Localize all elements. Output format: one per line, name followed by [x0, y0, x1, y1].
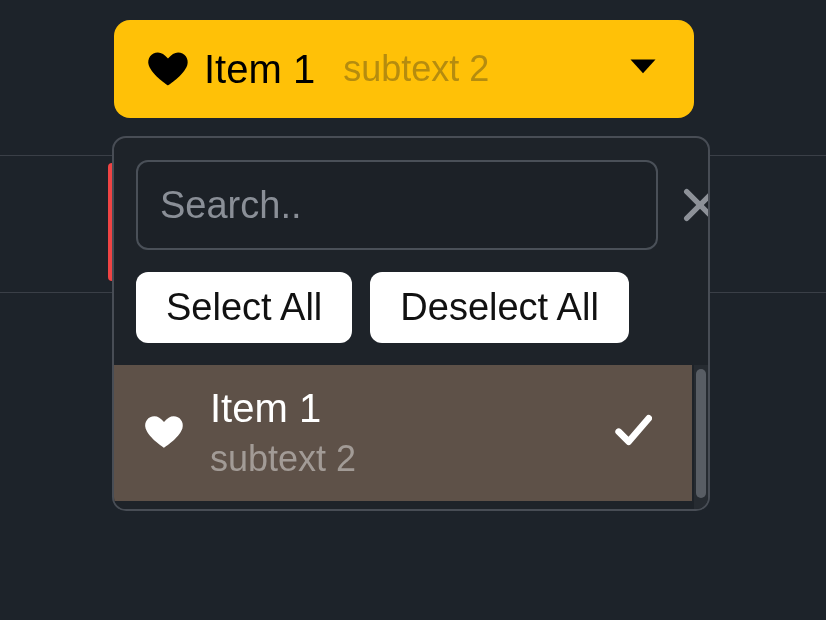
- heart-icon: [144, 45, 192, 93]
- dropdown-panel: Select All Deselect All Item 1 subtext 2: [112, 136, 710, 511]
- select-all-button[interactable]: Select All: [136, 272, 352, 343]
- deselect-all-button[interactable]: Deselect All: [370, 272, 629, 343]
- option-divider: [114, 501, 692, 509]
- select-trigger-subtext: subtext 2: [343, 48, 489, 90]
- options-list: Item 1 subtext 2: [114, 365, 708, 509]
- search-row: [114, 138, 708, 260]
- bulk-action-row: Select All Deselect All: [114, 260, 708, 365]
- close-icon[interactable]: [680, 183, 710, 227]
- select-trigger[interactable]: Item 1 subtext 2: [114, 20, 694, 118]
- search-input[interactable]: [136, 160, 658, 250]
- scrollbar-thumb[interactable]: [696, 369, 706, 498]
- option-subtext: subtext 2: [210, 439, 356, 479]
- list-item[interactable]: Item 1 subtext 2: [114, 365, 692, 501]
- check-icon: [612, 410, 652, 454]
- select-trigger-label: Item 1: [204, 47, 315, 92]
- heart-icon: [142, 410, 186, 454]
- chevron-down-icon: [628, 56, 658, 82]
- scrollbar-track[interactable]: [694, 365, 708, 509]
- option-label: Item 1: [210, 385, 356, 431]
